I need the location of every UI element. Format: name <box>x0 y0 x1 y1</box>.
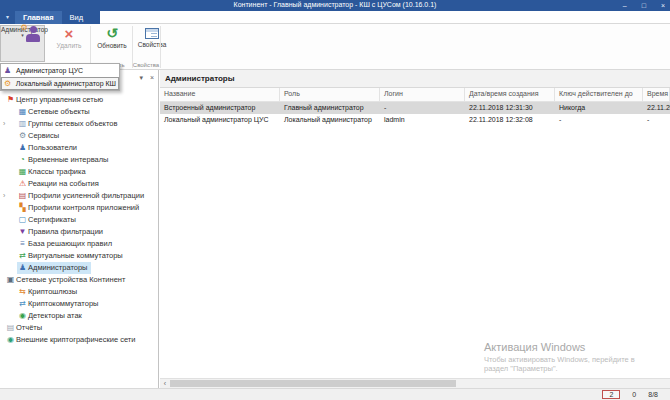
administrator-dropdown-menu: ♟ Администратор ЦУС ⚙ Локальный админист… <box>0 63 120 91</box>
tree-item-network-devices[interactable]: Сетевые устройства Континент <box>0 274 158 286</box>
quick-access-dropdown-icon[interactable]: ▾ <box>0 11 15 24</box>
tree-item-event-reactions[interactable]: Реакции на события <box>0 178 158 190</box>
external-crypto-networks-icon <box>5 334 16 346</box>
ribbon-tab-strip: ▾ Главная Вид <box>0 11 670 24</box>
filter-rules-icon <box>17 226 28 238</box>
reports-icon <box>5 322 16 334</box>
column-header-key-time[interactable]: Время с <box>643 88 670 101</box>
administrators-panel: Администраторы Название Роль Логин Дата/… <box>160 70 670 388</box>
certificates-icon <box>17 214 28 226</box>
table-row[interactable]: Встроенный администратор Главный админис… <box>160 102 670 114</box>
crypto-switches-icon <box>17 298 28 310</box>
table-header: Название Роль Логин Дата/время создания … <box>160 88 670 102</box>
delete-button[interactable]: × Удалить <box>48 25 90 62</box>
status-bar: 2 0 8/8 <box>0 388 670 400</box>
expander-icon[interactable]: › <box>3 190 5 202</box>
traffic-classes-icon <box>17 166 28 178</box>
tree-item-reports[interactable]: Отчёты <box>0 322 158 334</box>
status-counter: 0 <box>632 391 636 398</box>
refresh-button[interactable]: ↺ Обновить <box>92 25 132 62</box>
minimize-button[interactable]: – <box>623 0 627 11</box>
administrator-button[interactable]: ⚙ Администратор ▾ <box>0 25 45 62</box>
rule-base-icon <box>17 238 28 250</box>
app-control-profiles-icon <box>17 202 28 214</box>
scrollbar-thumb[interactable] <box>170 380 456 387</box>
tree-item-administrators[interactable]: Администраторы <box>0 262 158 274</box>
users-icon <box>17 142 28 154</box>
tree-item-certificates[interactable]: Сертификаты <box>0 214 158 226</box>
ribbon-group-separator <box>160 26 161 68</box>
tree-item-filter-rules[interactable]: Правила фильтрации <box>0 226 158 238</box>
filtering-profiles-icon <box>17 190 28 202</box>
tree-item-time-intervals[interactable]: Временные интервалы <box>0 154 158 166</box>
crypto-gateways-icon <box>17 286 28 298</box>
tree-item-filtering-profiles[interactable]: ›Профили усиленной фильтрации <box>0 190 158 202</box>
tree-item-network-objects[interactable]: Сетевые объекты <box>0 106 158 118</box>
tree-item-traffic-classes[interactable]: Классы трафика <box>0 166 158 178</box>
delete-x-icon: × <box>48 25 90 42</box>
navigation-panel: ▾ × Центр управления сетью Сетевые объек… <box>0 70 159 388</box>
control-center-icon <box>5 94 16 106</box>
administrators-icon <box>17 262 28 274</box>
horizontal-scrollbar[interactable]: ‹ <box>160 378 670 388</box>
refresh-icon: ↺ <box>92 25 132 42</box>
network-groups-icon <box>17 118 28 130</box>
tree-item-attack-detectors[interactable]: Детекторы атак <box>0 310 158 322</box>
table-row[interactable]: Локальный администратор ЦУС Локальный ад… <box>160 114 670 126</box>
ribbon-group-label-properties: Свойства <box>132 62 160 68</box>
attack-detectors-icon <box>17 310 28 322</box>
services-icon <box>17 130 28 142</box>
menu-item-cus-administrator[interactable]: ♟ Администратор ЦУС <box>1 64 119 77</box>
column-header-name[interactable]: Название <box>160 88 280 101</box>
column-header-login[interactable]: Логин <box>380 88 465 101</box>
time-intervals-icon <box>17 154 28 166</box>
column-header-created[interactable]: Дата/время создания <box>465 88 555 101</box>
tree-item-crypto-gateways[interactable]: Криптошлюзы <box>0 286 158 298</box>
tree-item-control-center[interactable]: Центр управления сетью <box>0 94 158 106</box>
tab-strip-blue-block: ▾ Главная Вид <box>0 11 100 24</box>
panel-pin-icon[interactable]: ▾ <box>139 74 143 82</box>
tree-item-users[interactable]: Пользователи <box>0 142 158 154</box>
column-header-role[interactable]: Роль <box>280 88 380 101</box>
network-objects-icon <box>17 106 28 118</box>
close-button[interactable]: × <box>661 0 665 11</box>
title-bar: Континент - Главный администратор - КШ с… <box>0 0 670 11</box>
scroll-left-arrow-icon[interactable]: ‹ <box>160 379 170 388</box>
tree-item-network-groups[interactable]: ›Группы сетевых объектов <box>0 118 158 130</box>
tree-item-external-crypto-networks[interactable]: Внешние криптографические сети <box>0 334 158 346</box>
tree-item-app-control-profiles[interactable]: Профили контроля приложений <box>0 202 158 214</box>
column-header-key-valid[interactable]: Ключ действителен до <box>555 88 643 101</box>
navigation-tree: Центр управления сетью Сетевые объекты ›… <box>0 94 158 346</box>
virtual-switches-icon <box>17 250 28 262</box>
event-reactions-icon <box>17 178 28 190</box>
person-icon: ♟ <box>4 66 16 75</box>
properties-button[interactable]: Свойства <box>133 25 171 62</box>
expander-icon[interactable]: › <box>3 118 5 130</box>
tab-view[interactable]: Вид <box>62 11 92 24</box>
restore-button[interactable]: □ <box>642 0 646 11</box>
tree-item-virtual-switches[interactable]: Виртуальные коммутаторы <box>0 250 158 262</box>
menu-item-local-administrator[interactable]: ⚙ Локальный администратор КШ <box>1 77 119 90</box>
network-devices-icon <box>5 274 16 286</box>
tree-item-rule-base[interactable]: База решающих правил <box>0 238 158 250</box>
status-counter-highlighted: 2 <box>602 390 620 399</box>
tree-item-crypto-switches[interactable]: Криптокоммутаторы <box>0 298 158 310</box>
status-counter-total: 8/8 <box>648 391 658 398</box>
window-title: Континент - Главный администратор - КШ с… <box>0 1 670 8</box>
panel-title: Администраторы <box>160 70 670 88</box>
tree-item-services[interactable]: Сервисы <box>0 130 158 142</box>
gear-icon: ⚙ <box>4 79 16 88</box>
panel-close-icon[interactable]: × <box>150 74 154 82</box>
properties-window-icon <box>145 28 159 39</box>
